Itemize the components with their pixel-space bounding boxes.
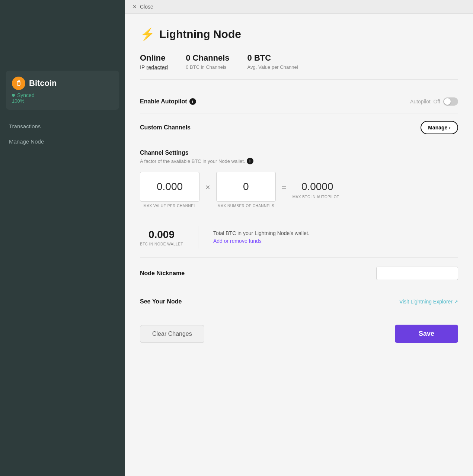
nickname-input[interactable] [376, 267, 458, 280]
max-channels-block: MAX NUMBER OF CHANNELS [216, 172, 276, 208]
btc-sub: Avg. Value per Channel [247, 64, 298, 70]
autopilot-toggle-switch[interactable] [443, 97, 458, 106]
custom-channels-label: Custom Channels [140, 124, 191, 131]
visit-lightning-explorer-link[interactable]: Visit Lightning Explorer ↗ [399, 299, 458, 305]
sync-dot [12, 94, 15, 97]
ip-row: IP redacted [140, 64, 168, 70]
custom-channels-row: Custom Channels Manage › [140, 113, 458, 142]
channels-value: 0 Channels [186, 53, 229, 63]
sidebar-item-transactions[interactable]: Transactions [3, 119, 122, 134]
manage-chevron-icon: › [449, 125, 451, 131]
sidebar: ₿ Bitcoin Synced 100% Transactions Manag… [0, 0, 125, 476]
nickname-row: Node Nickname [140, 258, 458, 289]
wallet-info-text: Total BTC in your Lightning Node's walle… [213, 230, 458, 236]
status-value: Online [140, 53, 168, 63]
max-btc-value: 0.0000 [298, 181, 333, 193]
bitcoin-name: Bitcoin [29, 78, 57, 88]
channel-settings-info-icon[interactable]: i [247, 158, 253, 164]
autopilot-row: Enable Autopilot i Autopilot Off [140, 90, 458, 113]
max-channels-label: MAX NUMBER OF CHANNELS [218, 204, 275, 208]
channels-block: 0 Channels 0 BTC in Channels [186, 53, 229, 70]
autopilot-label: Enable Autopilot i [140, 98, 196, 105]
wallet-info: Total BTC in your Lightning Node's walle… [213, 230, 458, 244]
wallet-row: 0.009 BTC IN NODE WALLET Total BTC in yo… [140, 217, 458, 258]
see-node-label: See Your Node [140, 298, 182, 305]
sync-percent: 100% [12, 98, 113, 104]
btc-block: 0 BTC Avg. Value per Channel [247, 53, 298, 70]
nickname-label: Node Nickname [140, 270, 185, 277]
ip-prefix: IP [140, 64, 145, 70]
lightning-icon: ⚡ [140, 27, 155, 41]
content-area: ⚡ Lightning Node Online IP redacted 0 Ch… [125, 14, 473, 476]
main-panel: ✕ Close ⚡ Lightning Node Online IP redac… [125, 0, 473, 476]
sync-status-label: Synced [17, 92, 35, 98]
external-link-icon: ↗ [454, 299, 458, 305]
close-button[interactable]: Close [140, 4, 153, 10]
autopilot-toggle-label: Autopilot [410, 99, 430, 104]
autopilot-state-label: Off [434, 99, 440, 104]
top-bar: ✕ Close [125, 0, 473, 14]
wallet-block: 0.009 BTC IN NODE WALLET [140, 229, 183, 246]
footer-buttons: Clear Changes Save [140, 314, 458, 343]
bitcoin-card: ₿ Bitcoin Synced 100% [6, 71, 119, 110]
max-btc-label: MAX BTC IN AUTOPILOT [293, 195, 339, 199]
wallet-value: 0.009 [148, 229, 175, 241]
autopilot-info-icon[interactable]: i [189, 98, 196, 105]
max-channels-input[interactable] [216, 172, 276, 202]
equals-operator: = [282, 183, 287, 192]
sidebar-item-manage-node[interactable]: Manage Node [3, 134, 122, 149]
max-value-label: MAX VALUE PER CHANNEL [144, 204, 196, 208]
formula-row: MAX VALUE PER CHANNEL × MAX NUMBER OF CH… [140, 172, 458, 208]
page-title: Lightning Node [159, 28, 241, 41]
channels-sub: 0 BTC in Channels [186, 64, 229, 70]
multiply-operator: × [205, 183, 210, 192]
max-btc-block: 0.0000 MAX BTC IN AUTOPILOT [293, 181, 339, 199]
page-title-row: ⚡ Lightning Node [140, 27, 458, 41]
wallet-divider [198, 226, 198, 248]
max-value-block: MAX VALUE PER CHANNEL [140, 172, 199, 208]
autopilot-toggle-area: Autopilot Off [410, 97, 458, 106]
close-x-icon: ✕ [132, 4, 137, 10]
stats-row: Online IP redacted 0 Channels 0 BTC in C… [140, 53, 458, 80]
bitcoin-icon: ₿ [12, 77, 25, 90]
channel-settings-title: Channel Settings [140, 149, 458, 156]
max-value-input[interactable] [140, 172, 199, 202]
channel-settings-subtitle: A factor of the available BTC in your No… [140, 158, 458, 164]
toggle-thumb [444, 98, 451, 105]
see-node-row: See Your Node Visit Lightning Explorer ↗ [140, 289, 458, 314]
wallet-label: BTC IN NODE WALLET [140, 242, 183, 246]
save-button[interactable]: Save [395, 325, 458, 343]
sidebar-nav: Transactions Manage Node [0, 119, 125, 149]
manage-button[interactable]: Manage › [421, 121, 458, 134]
add-remove-funds-link[interactable]: Add or remove funds [213, 238, 262, 244]
status-block: Online IP redacted [140, 53, 168, 70]
btc-value: 0 BTC [247, 53, 298, 63]
clear-changes-button[interactable]: Clear Changes [140, 325, 204, 343]
channel-settings-section: Channel Settings A factor of the availab… [140, 142, 458, 217]
ip-value: redacted [146, 64, 168, 70]
